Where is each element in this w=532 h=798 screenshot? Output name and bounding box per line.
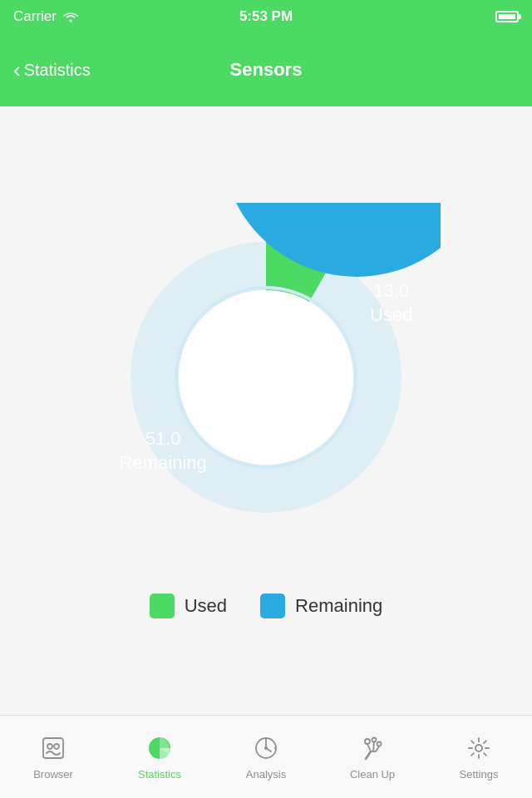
legend-remaining-color — [260, 594, 285, 618]
tab-settings[interactable]: Settings — [426, 733, 532, 781]
used-text: Used — [370, 303, 412, 328]
browser-icon — [38, 733, 68, 763]
nav-bar: ‹ Statistics Sensors — [0, 33, 532, 106]
legend-used: Used — [150, 594, 227, 618]
back-label: Statistics — [24, 61, 91, 80]
legend-remaining-label: Remaining — [295, 595, 382, 617]
tab-statistics[interactable]: Statistics — [106, 733, 213, 781]
svg-line-13 — [367, 744, 371, 751]
svg-line-14 — [373, 742, 374, 751]
battery-icon — [495, 11, 519, 22]
wifi-icon — [63, 11, 78, 22]
svg-point-18 — [475, 745, 482, 751]
svg-point-10 — [365, 739, 370, 744]
tab-browser-label: Browser — [33, 768, 73, 781]
svg-point-12 — [377, 742, 382, 746]
tab-analysis[interactable]: Analysis — [213, 733, 319, 781]
used-value: 13.0 — [370, 279, 412, 303]
donut-svg — [91, 203, 441, 552]
battery-fill — [499, 14, 515, 19]
legend: Used Remaining — [150, 594, 383, 618]
tab-bar: Browser Statistics — [0, 715, 532, 798]
browser-icon-svg — [40, 735, 66, 761]
time-display: 5:53 PM — [239, 8, 293, 25]
tab-settings-label: Settings — [460, 768, 499, 781]
statistics-icon — [145, 733, 175, 763]
svg-line-7 — [266, 748, 271, 751]
donut-chart: 13.0 Used 51.0 Remaining — [91, 203, 441, 552]
remaining-label: 51.0 Remaining — [120, 427, 207, 475]
legend-used-label: Used — [185, 595, 227, 617]
back-chevron-icon: ‹ — [13, 59, 21, 81]
svg-point-2 — [54, 744, 59, 749]
svg-rect-0 — [43, 738, 63, 758]
tab-browser[interactable]: Browser — [0, 733, 106, 781]
tab-cleanup[interactable]: Clean Up — [319, 733, 426, 781]
tab-analysis-label: Analysis — [246, 768, 286, 781]
settings-icon-svg — [466, 735, 492, 761]
carrier-info: Carrier — [13, 8, 78, 25]
legend-used-color — [150, 594, 175, 618]
settings-icon — [464, 733, 494, 763]
svg-line-16 — [366, 751, 371, 759]
svg-point-1 — [47, 744, 52, 749]
svg-point-11 — [372, 738, 377, 742]
analysis-icon — [251, 733, 281, 763]
tab-statistics-label: Statistics — [138, 768, 181, 781]
svg-line-15 — [376, 746, 379, 751]
tab-cleanup-label: Clean Up — [350, 768, 395, 781]
statistics-icon-svg — [146, 735, 173, 761]
back-button[interactable]: ‹ Statistics — [13, 59, 91, 81]
remaining-text: Remaining — [120, 451, 207, 475]
cleanup-icon-svg — [359, 735, 386, 761]
cleanup-icon — [357, 733, 387, 763]
legend-remaining: Remaining — [260, 594, 382, 618]
main-content: 13.0 Used 51.0 Remaining Used Remaining — [0, 106, 532, 715]
battery-area — [495, 11, 519, 22]
used-label: 13.0 Used — [370, 279, 412, 327]
nav-title: Sensors — [230, 59, 303, 81]
status-bar: Carrier 5:53 PM — [0, 0, 532, 33]
carrier-label: Carrier — [13, 8, 57, 25]
remaining-value: 51.0 — [120, 427, 207, 451]
analysis-icon-svg — [253, 735, 279, 761]
